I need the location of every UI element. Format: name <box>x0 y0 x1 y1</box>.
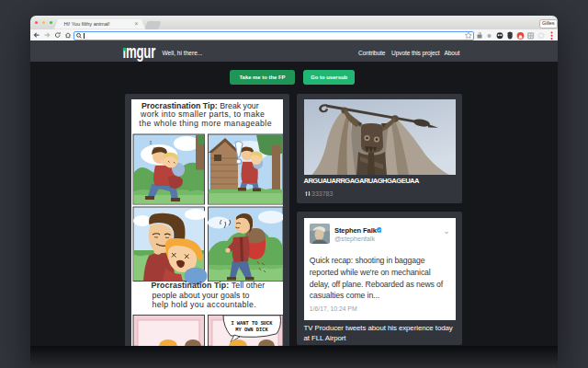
svg-text:ımgur: ımgur <box>122 42 155 63</box>
svg-text:work into smaller parts, to ma: work into smaller parts, to make <box>139 109 264 119</box>
svg-text:people about your goals to: people about your goals to <box>152 291 249 300</box>
svg-text:help hold you accountable.: help hold you accountable. <box>152 300 256 309</box>
svg-text:the whole thing more manageabl: the whole thing more manageable <box>139 119 272 128</box>
svg-text:Procrastination Tip: Tell othe: Procrastination Tip: Tell other <box>151 281 265 290</box>
svg-text:MY OWN DICK: MY OWN DICK <box>235 328 268 333</box>
svg-text:Procrastination Tip: Break you: Procrastination Tip: Break your <box>141 101 258 110</box>
svg-text:I WANT TO SUCK: I WANT TO SUCK <box>231 321 273 327</box>
